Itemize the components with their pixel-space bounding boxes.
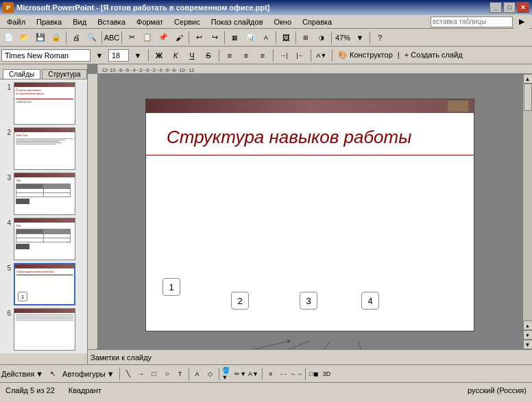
svg-line-12 — [358, 341, 370, 349]
dash-style-tool[interactable]: - - — [278, 368, 290, 380]
line-tool[interactable]: ╲ — [122, 368, 134, 380]
scroll-next-slide-button[interactable]: ▼ — [523, 330, 533, 340]
italic-button[interactable]: К — [168, 48, 183, 63]
menu-edit[interactable]: Правка — [32, 17, 66, 27]
insert-picture-button[interactable]: 🖼 — [278, 30, 293, 45]
permission-button[interactable]: 🔒 — [49, 30, 64, 45]
notes-bar[interactable]: Заметки к слайду — [88, 349, 532, 364]
tab-slides[interactable]: Слайды — [3, 69, 40, 79]
slide4-content: Title — [14, 223, 75, 251]
cut-button[interactable]: ✂ — [124, 30, 139, 45]
save-button[interactable]: 💾 — [33, 30, 48, 45]
align-center-button[interactable]: ≡ — [239, 48, 254, 63]
font-size-box[interactable]: 18 — [108, 49, 129, 62]
slide-thumb-4[interactable]: 4 Title — [3, 218, 84, 260]
actions-label[interactable]: Действия — [1, 370, 34, 378]
create-slide-button[interactable]: + Создать слайд — [404, 51, 463, 59]
new-button[interactable]: 📄 — [1, 30, 16, 45]
actions-menu[interactable]: Действия ▼ — [1, 370, 43, 378]
menu-view[interactable]: Вид — [69, 17, 90, 27]
align-right-button[interactable]: ≡ — [255, 48, 270, 63]
font-color-button[interactable]: A▼ — [314, 48, 329, 63]
font-size-dropdown[interactable]: ▼ — [130, 48, 145, 63]
font-name-box[interactable]: Times New Roman — [1, 49, 90, 62]
print-button[interactable]: 🖨 — [69, 30, 84, 45]
callout-2: 2 — [231, 292, 249, 310]
search-input[interactable] — [431, 16, 513, 27]
zoom-dropdown[interactable]: ▼ — [352, 30, 367, 45]
line-style-tool[interactable]: ≡ — [265, 368, 277, 380]
redo-button[interactable]: ↪ — [207, 30, 222, 45]
format-painter[interactable]: 🖌 — [171, 30, 186, 45]
strikethrough-button[interactable]: S — [201, 48, 216, 63]
copy-button[interactable]: 📋 — [140, 30, 155, 45]
bold-button[interactable]: Ж — [152, 48, 167, 63]
minimize-button[interactable]: _ — [489, 2, 502, 13]
autoshapes-label[interactable]: Автофигуры — [62, 370, 106, 378]
maximize-button[interactable]: □ — [503, 2, 516, 13]
expand-collapse-button[interactable]: ⊞ — [298, 30, 313, 45]
scroll-track[interactable] — [523, 84, 533, 321]
menu-window[interactable]: Окно — [270, 17, 296, 27]
arrow-tool[interactable]: → — [135, 368, 147, 380]
select-tool[interactable]: ↖ — [47, 368, 59, 380]
font-name-dropdown[interactable]: ▼ — [92, 48, 107, 63]
align-left-button[interactable]: ≡ — [222, 48, 237, 63]
fill-color-tool[interactable]: 🪣▼ — [221, 368, 234, 380]
decrease-indent-button[interactable]: |← — [293, 48, 308, 63]
3d-tool[interactable]: 3D — [321, 368, 333, 380]
preview-button[interactable]: 🔍 — [84, 30, 99, 45]
oval-tool[interactable]: ○ — [161, 368, 173, 380]
draw-sep1 — [119, 368, 120, 380]
text-box-tool[interactable]: T — [174, 368, 186, 380]
font-color-tool[interactable]: A▼ — [247, 368, 260, 380]
format-toolbar: Times New Roman ▼ 18 ▼ Ж К Ч S ≡ ≡ ≡ →| … — [0, 47, 532, 64]
slide-num-1: 1 — [3, 84, 11, 91]
autoshapes-dropdown-icon[interactable]: ▼ — [107, 370, 114, 378]
insert-diagram-tool[interactable]: ◇ — [204, 368, 217, 380]
undo-button[interactable]: ↩ — [191, 30, 206, 45]
menu-format[interactable]: Формат — [132, 17, 167, 27]
open-button[interactable]: 📂 — [17, 30, 32, 45]
menu-file[interactable]: Файл — [3, 17, 29, 27]
line-color-tool[interactable]: ✏▼ — [234, 368, 247, 380]
insert-table-button[interactable]: ▦ — [227, 30, 242, 45]
shadow-tool[interactable]: □◼ — [308, 368, 320, 380]
close-button[interactable]: ✕ — [517, 2, 529, 13]
content-area: Слайды Структура ✕ 1 Я готов работатьв с… — [0, 64, 532, 364]
insert-wordart-button[interactable]: A — [258, 30, 274, 45]
slide-canvas[interactable]: Структура навыков работы 1 2 3 4 — [97, 74, 522, 349]
svg-rect-3 — [88, 74, 97, 348]
arrow-style-tool[interactable]: ←→ — [291, 368, 303, 380]
scroll-up-button[interactable]: ▲ — [523, 74, 533, 84]
fmt-sep5 — [332, 49, 332, 62]
slide-thumb-2[interactable]: 2 Slide Title — [3, 127, 84, 170]
scroll-thumb[interactable] — [524, 84, 532, 111]
autoshapes-menu[interactable]: Автофигуры ▼ — [62, 370, 114, 378]
scroll-prev-slide-button[interactable]: ▲ — [523, 321, 533, 330]
search-go-button[interactable]: ▶ — [514, 14, 529, 29]
menu-help[interactable]: Справка — [298, 17, 336, 27]
slide-thumb-5[interactable]: 5 Структура навыков работы 1 — [3, 263, 84, 305]
rectangle-tool[interactable]: □ — [148, 368, 160, 380]
tab-structure[interactable]: Структура — [42, 69, 86, 79]
constructor-button[interactable]: 🎨 Конструктор — [338, 51, 393, 59]
increase-indent-button[interactable]: →| — [276, 48, 291, 63]
underline-button[interactable]: Ч — [184, 48, 200, 63]
help-button[interactable]: ? — [372, 30, 387, 45]
slide-thumb-6[interactable]: 6 — [3, 308, 84, 351]
paste-button[interactable]: 📌 — [156, 30, 171, 45]
scroll-down-button[interactable]: ▼ — [523, 340, 533, 349]
menu-insert[interactable]: Вставка — [93, 17, 130, 27]
menu-slideshow[interactable]: Показ слайдов — [207, 17, 267, 27]
insert-chart-button[interactable]: 📊 — [243, 30, 258, 45]
vertical-scrollbar[interactable]: ▲ ▲ ▼ ▼ — [522, 74, 532, 349]
slide-title-text[interactable]: Структура навыков работы — [146, 113, 474, 155]
grayscale-button[interactable]: ◑ — [314, 30, 329, 45]
slide-thumb-1[interactable]: 1 Я готов работатьв современном офисе su… — [3, 82, 84, 125]
slide-thumb-3[interactable]: 3 Title — [3, 173, 84, 215]
spell-button[interactable]: ABC — [104, 30, 119, 45]
menu-tools[interactable]: Сервис — [170, 17, 204, 27]
insert-wordart-tool[interactable]: A — [191, 368, 204, 380]
actions-dropdown-icon[interactable]: ▼ — [36, 370, 43, 378]
